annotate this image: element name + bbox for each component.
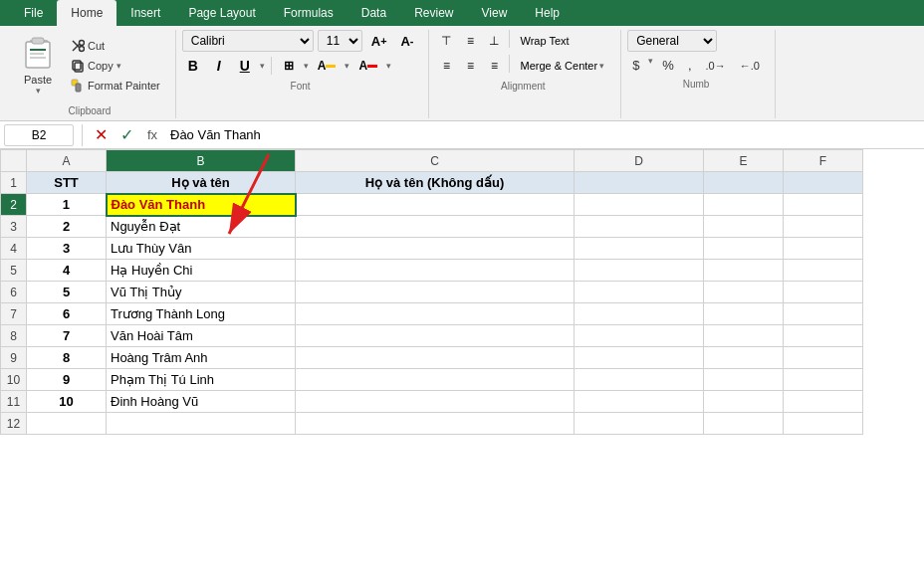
merge-center-button[interactable]: Merge & Center ▾ (514, 55, 610, 77)
tab-data[interactable]: Data (347, 0, 400, 26)
cell-e5[interactable] (704, 260, 784, 282)
cell-b2[interactable]: Đào Văn Thanh (107, 194, 296, 216)
comma-button[interactable]: , (683, 56, 697, 75)
cell-f12[interactable] (784, 413, 863, 435)
format-painter-button[interactable]: Format Painter (66, 77, 165, 95)
cell-c2[interactable] (296, 194, 575, 216)
cell-e11[interactable] (704, 391, 784, 413)
row-header-3[interactable]: 3 (1, 216, 27, 238)
cell-d3[interactable] (575, 216, 704, 238)
col-header-d[interactable]: D (575, 150, 704, 172)
row-header-5[interactable]: 5 (1, 260, 27, 282)
tab-help[interactable]: Help (521, 0, 574, 26)
cell-e4[interactable] (704, 238, 784, 260)
row-header-11[interactable]: 11 (1, 391, 27, 413)
cell-a10[interactable]: 9 (27, 369, 107, 391)
cell-b11[interactable]: Đinh Hoàng Vũ (107, 391, 296, 413)
cell-f7[interactable] (784, 303, 863, 325)
cell-d7[interactable] (575, 303, 704, 325)
cell-c4[interactable] (296, 238, 575, 260)
cell-f9[interactable] (784, 347, 863, 369)
align-top-button[interactable]: ⊤ (435, 30, 457, 52)
cell-e1[interactable] (704, 172, 784, 194)
cell-f1[interactable] (784, 172, 863, 194)
italic-button[interactable]: I (208, 55, 230, 77)
cell-d1[interactable] (575, 172, 704, 194)
cell-e3[interactable] (704, 216, 784, 238)
cell-c12[interactable] (296, 413, 575, 435)
font-size-increase-button[interactable]: A+ (366, 30, 392, 52)
align-left-button[interactable]: ≡ (435, 55, 457, 77)
cell-a11[interactable]: 10 (27, 391, 107, 413)
cell-b1[interactable]: Họ và tên (107, 172, 296, 194)
cell-b12[interactable] (107, 413, 296, 435)
cell-b4[interactable]: Lưu Thùy Vân (107, 238, 296, 260)
insert-function-icon[interactable]: fx (142, 125, 162, 145)
align-middle-button[interactable]: ≡ (459, 30, 481, 52)
col-header-f[interactable]: F (784, 150, 863, 172)
cell-f2[interactable] (784, 194, 863, 216)
cell-f4[interactable] (784, 238, 863, 260)
cell-f5[interactable] (784, 260, 863, 282)
cell-d6[interactable] (575, 282, 704, 303)
cell-b5[interactable]: Hạ Huyền Chi (107, 260, 296, 282)
cell-d4[interactable] (575, 238, 704, 260)
row-header-4[interactable]: 4 (1, 238, 27, 260)
cell-b7[interactable]: Trương Thành Long (107, 303, 296, 325)
col-header-a[interactable]: A (27, 150, 107, 172)
align-right-button[interactable]: ≡ (483, 55, 505, 77)
col-header-c[interactable]: C (296, 150, 575, 172)
cell-reference-input[interactable] (4, 124, 74, 146)
decrease-decimal-button[interactable]: .0→ (701, 56, 731, 75)
row-header-8[interactable]: 8 (1, 325, 27, 347)
cell-d8[interactable] (575, 325, 704, 347)
cell-e9[interactable] (704, 347, 784, 369)
paste-button[interactable]: Paste ▾ (14, 30, 62, 101)
cell-e6[interactable] (704, 282, 784, 303)
cell-e8[interactable] (704, 325, 784, 347)
confirm-formula-icon[interactable]: ✓ (116, 125, 136, 145)
cell-a5[interactable]: 4 (27, 260, 107, 282)
cell-c6[interactable] (296, 282, 575, 303)
cell-d9[interactable] (575, 347, 704, 369)
cell-a12[interactable] (27, 413, 107, 435)
cell-a3[interactable]: 2 (27, 216, 107, 238)
formula-input[interactable] (166, 127, 920, 142)
row-header-7[interactable]: 7 (1, 303, 27, 325)
cell-d10[interactable] (575, 369, 704, 391)
cell-a2[interactable]: 1 (27, 194, 107, 216)
cell-b9[interactable]: Hoàng Trâm Anh (107, 347, 296, 369)
cell-e7[interactable] (704, 303, 784, 325)
align-bottom-button[interactable]: ⊥ (483, 30, 505, 52)
cell-c8[interactable] (296, 325, 575, 347)
cell-a9[interactable]: 8 (27, 347, 107, 369)
font-family-select[interactable]: Calibri Arial Times New Roman (182, 30, 314, 52)
tab-formulas[interactable]: Formulas (270, 0, 347, 26)
row-header-1[interactable]: 1 (1, 172, 27, 194)
cell-c11[interactable] (296, 391, 575, 413)
cell-e2[interactable] (704, 194, 784, 216)
col-header-b[interactable]: B (107, 150, 296, 172)
cell-e12[interactable] (704, 413, 784, 435)
percent-button[interactable]: % (657, 56, 679, 75)
tab-view[interactable]: View (468, 0, 522, 26)
cell-c7[interactable] (296, 303, 575, 325)
cell-a4[interactable]: 3 (27, 238, 107, 260)
cell-d12[interactable] (575, 413, 704, 435)
border-button[interactable]: ⊞ (278, 55, 300, 77)
cell-c5[interactable] (296, 260, 575, 282)
cell-c9[interactable] (296, 347, 575, 369)
col-header-e[interactable]: E (704, 150, 784, 172)
cell-f6[interactable] (784, 282, 863, 303)
cell-d5[interactable] (575, 260, 704, 282)
cell-a8[interactable]: 7 (27, 325, 107, 347)
underline-button[interactable]: U (234, 55, 256, 77)
cell-e10[interactable] (704, 369, 784, 391)
cell-c10[interactable] (296, 369, 575, 391)
font-size-decrease-button[interactable]: A- (395, 30, 418, 52)
row-header-12[interactable]: 12 (1, 413, 27, 435)
fill-color-button[interactable]: A (313, 55, 342, 77)
cell-f8[interactable] (784, 325, 863, 347)
copy-button[interactable]: Copy ▾ (66, 57, 165, 75)
number-format-select[interactable]: General Number Currency Short Date (627, 30, 717, 52)
